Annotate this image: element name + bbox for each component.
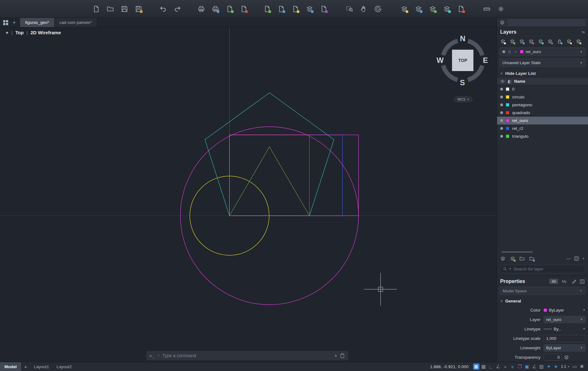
layer-color-swatch[interactable]: [506, 135, 509, 138]
clean-screen-icon[interactable]: ✱: [578, 364, 585, 369]
command-clipboard-icon[interactable]: [340, 353, 345, 358]
layer-row-0[interactable]: 0: [497, 85, 588, 93]
layer-new-group-icon[interactable]: [509, 255, 516, 262]
model-tab[interactable]: Model: [0, 362, 21, 371]
viewport-visual-style-button[interactable]: 2D Wireframe: [31, 30, 61, 35]
annotation-autoscale-icon[interactable]: ➤: [552, 364, 560, 369]
command-bar[interactable]: >_ ▼ ∧: [146, 351, 348, 361]
layer-row-ret-ouro[interactable]: ret_ouro: [497, 117, 588, 125]
layer-tool-isolate-icon[interactable]: [547, 38, 553, 44]
layer-tool-state-icon[interactable]: [537, 38, 544, 44]
workspace-display-icon[interactable]: ▭: [571, 364, 578, 369]
properties-filter-my[interactable]: My: [559, 279, 569, 284]
current-layer-combo[interactable]: ret_ouro ▼: [500, 47, 585, 56]
tab-overview-icon[interactable]: [3, 20, 8, 25]
layer-tool-current-icon[interactable]: [566, 38, 572, 44]
layout1-tab[interactable]: Layout1: [30, 364, 53, 369]
viewcube-north[interactable]: N: [460, 34, 465, 43]
external-references-icon[interactable]: [319, 5, 328, 13]
edit-properties-icon[interactable]: [572, 279, 577, 284]
layer-state-combo[interactable]: Unsaved Layer State ▼: [500, 58, 585, 67]
layer-tool-off-icon[interactable]: [528, 38, 534, 44]
layer-row-pentagono[interactable]: pentagono: [497, 101, 588, 109]
attach-reference-icon[interactable]: [291, 5, 299, 13]
new-layout-button[interactable]: +: [21, 364, 30, 369]
transparency-display-icon[interactable]: ❒: [516, 364, 523, 369]
layer-row-quadrado[interactable]: quadrado: [497, 109, 588, 117]
layer-value-dropdown[interactable]: ret_ouro ▼: [544, 316, 585, 323]
layer-tool-freeze-icon[interactable]: [509, 38, 515, 44]
layer-color-swatch[interactable]: [506, 87, 509, 91]
remove-layer-icon[interactable]: —: [566, 256, 571, 261]
layer-on-icon[interactable]: [500, 103, 503, 106]
command-expand-icon[interactable]: ∧: [334, 353, 337, 358]
save-as-icon[interactable]: [134, 5, 143, 13]
columns-icon[interactable]: [574, 256, 579, 261]
annotation-scale-dropdown[interactable]: 1:1 ▼: [560, 364, 571, 369]
layer-tool-match-icon[interactable]: [518, 38, 525, 44]
pan-icon[interactable]: [359, 5, 368, 13]
tab-figuras-geo[interactable]: figuras_geo*: [20, 18, 54, 27]
object-snap-icon[interactable]: ▣: [523, 364, 531, 369]
open-file-icon[interactable]: [106, 5, 114, 13]
viewcube-east[interactable]: E: [483, 56, 488, 64]
new-file-icon[interactable]: [92, 5, 100, 13]
layer-on-icon[interactable]: [500, 119, 503, 122]
viewcube-south[interactable]: S: [460, 78, 465, 86]
layer-color-swatch[interactable]: [506, 103, 509, 107]
ortho-mode-icon[interactable]: ∟: [487, 364, 495, 369]
wcs-dropdown[interactable]: WCS ▼: [454, 97, 472, 102]
plot-style-icon[interactable]: [240, 5, 248, 13]
layer-new-folder-icon[interactable]: [529, 255, 535, 262]
layer-row-ret-r2[interactable]: ret_r2: [497, 125, 588, 132]
import-icon[interactable]: [263, 5, 271, 13]
hide-layer-list-toggle[interactable]: ∨ Hide Layer List: [497, 68, 588, 77]
save-icon[interactable]: [120, 5, 128, 13]
layer-on-icon[interactable]: [500, 111, 503, 114]
plot-icon[interactable]: [197, 5, 205, 13]
layer-color-swatch[interactable]: [506, 111, 509, 114]
layer-group-folder-icon[interactable]: [519, 256, 525, 261]
linetype-scale-input[interactable]: 1.000: [544, 335, 585, 342]
general-section-toggle[interactable]: ∨ General: [497, 297, 588, 305]
layer-color-column-icon[interactable]: ◧: [508, 79, 511, 84]
command-input[interactable]: [162, 353, 332, 358]
layer-list-scrollbar[interactable]: [501, 251, 533, 253]
viewcube[interactable]: TOP N W E S: [436, 33, 489, 86]
layer-color-swatch[interactable]: [506, 95, 509, 99]
new-layer-icon[interactable]: [428, 5, 437, 13]
layer-row-triangulo[interactable]: triangulo: [497, 132, 588, 140]
layer-color-swatch[interactable]: [506, 119, 509, 122]
new-drawing-tab-button[interactable]: +: [11, 20, 17, 25]
viewport-menu-button[interactable]: +: [6, 30, 8, 35]
layer-color-swatch[interactable]: [506, 127, 509, 130]
layer-search-input[interactable]: [513, 267, 582, 271]
layer-on-icon[interactable]: [500, 135, 503, 138]
construction-line-icon[interactable]: +: [502, 364, 509, 369]
settings-icon[interactable]: [497, 5, 505, 13]
annotation-visibility-icon[interactable]: ✦: [545, 364, 552, 369]
chevron-down-icon[interactable]: ▼: [582, 257, 585, 260]
orbit-icon[interactable]: [374, 5, 382, 13]
color-value-dropdown[interactable]: ByLayer ▼: [544, 308, 585, 313]
layer-tool-new-icon[interactable]: [500, 38, 506, 44]
viewcube-west[interactable]: W: [437, 56, 444, 64]
layer-states-icon[interactable]: [443, 5, 451, 13]
lineweight-display-icon[interactable]: ≡: [509, 364, 516, 369]
layer-properties-icon[interactable]: [400, 5, 408, 13]
layer-match-icon[interactable]: [414, 5, 422, 13]
viewport-view-button[interactable]: Top: [15, 30, 24, 35]
layer-row-circulo[interactable]: circulo: [497, 93, 588, 101]
layout2-tab[interactable]: Layout2: [53, 364, 76, 369]
eye-icon[interactable]: [500, 79, 505, 84]
layers-palette-icon[interactable]: [500, 20, 505, 25]
model-canvas[interactable]: + | Top | 2D Wireframe TOP N W E S: [0, 27, 497, 362]
export-icon[interactable]: [277, 5, 285, 13]
undo-icon[interactable]: [159, 5, 167, 13]
grid-display-icon[interactable]: ▦: [473, 363, 479, 370]
polar-tracking-icon[interactable]: ∠: [495, 364, 502, 369]
layer-settings-icon[interactable]: [500, 256, 506, 261]
transparency-layers-icon[interactable]: [564, 355, 569, 360]
properties-filter-all[interactable]: All: [549, 279, 558, 284]
snap-mode-icon[interactable]: ▩: [480, 364, 487, 369]
